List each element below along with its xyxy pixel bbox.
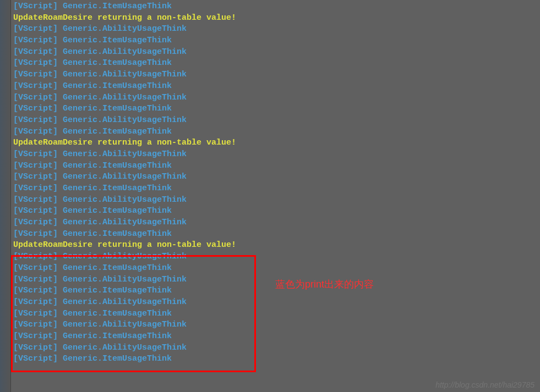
script-tag: [VScript] (13, 81, 58, 91)
script-message: Generic.AbilityUsageThink (58, 195, 187, 205)
script-message: Generic.AbilityUsageThink (58, 320, 187, 329)
console-line: [VScript] Generic.AbilityUsageThink (13, 69, 540, 81)
script-tag: [VScript] (13, 229, 58, 239)
console-line: [VScript] Generic.ItemUsageThink (13, 81, 540, 92)
script-tag: [VScript] (13, 206, 58, 216)
console-line: [VScript] Generic.AbilityUsageThink (13, 172, 540, 183)
script-tag: [VScript] (13, 332, 58, 341)
script-message: Generic.ItemUsageThink (58, 184, 172, 193)
console-line: [VScript] Generic.AbilityUsageThink (13, 195, 540, 206)
script-message: Generic.ItemUsageThink (58, 161, 172, 170)
annotation-label: 蓝色为print出来的内容 (275, 278, 374, 291)
console-line: [VScript] Generic.AbilityUsageThink (13, 251, 540, 263)
script-tag: [VScript] (13, 252, 58, 261)
script-tag: [VScript] (13, 150, 58, 159)
console-line: [VScript] Generic.AbilityUsageThink (13, 92, 540, 104)
console-line: [VScript] Generic.ItemUsageThink (13, 354, 540, 365)
console-line: [VScript] Generic.AbilityUsageThink (13, 217, 540, 229)
console-line: [VScript] Generic.ItemUsageThink (13, 161, 540, 172)
script-message: Generic.ItemUsageThink (58, 309, 172, 318)
script-message: Generic.ItemUsageThink (58, 206, 172, 216)
script-message: Generic.ItemUsageThink (58, 81, 172, 91)
script-tag: [VScript] (13, 218, 58, 227)
script-message: Generic.ItemUsageThink (58, 58, 172, 68)
watermark: http://blog.csdn.net/hai29785 (435, 380, 534, 390)
script-message: Generic.AbilityUsageThink (58, 150, 187, 159)
script-message: Generic.AbilityUsageThink (58, 297, 187, 307)
script-tag: [VScript] (13, 24, 58, 34)
console-line: [VScript] Generic.ItemUsageThink (13, 1, 540, 13)
script-message: Generic.ItemUsageThink (58, 104, 172, 113)
console-line: [VScript] Generic.ItemUsageThink (13, 103, 540, 115)
script-message: Generic.AbilityUsageThink (58, 47, 187, 57)
script-message: Generic.ItemUsageThink (58, 2, 172, 11)
script-tag: [VScript] (13, 115, 58, 125)
script-tag: [VScript] (13, 320, 58, 329)
console-line: UpdateRoamDesire returning a non-table v… (13, 240, 540, 251)
script-tag: [VScript] (13, 354, 58, 363)
console-line: UpdateRoamDesire returning a non-table v… (13, 137, 540, 149)
console-line: [VScript] Generic.AbilityUsageThink (13, 149, 540, 161)
script-message: Generic.ItemUsageThink (58, 127, 172, 136)
script-message: Generic.ItemUsageThink (58, 332, 172, 341)
script-tag: [VScript] (13, 47, 58, 57)
script-tag: [VScript] (13, 297, 58, 307)
script-tag: [VScript] (13, 2, 58, 11)
script-tag: [VScript] (13, 309, 58, 318)
warning-text: UpdateRoamDesire returning a non-table v… (13, 13, 236, 23)
script-message: Generic.ItemUsageThink (58, 354, 172, 363)
script-message: Generic.ItemUsageThink (58, 229, 172, 239)
script-message: Generic.AbilityUsageThink (58, 343, 187, 352)
console-line: [VScript] Generic.ItemUsageThink (13, 263, 540, 274)
script-message: Generic.AbilityUsageThink (58, 115, 187, 125)
script-tag: [VScript] (13, 343, 58, 352)
console-line: [VScript] Generic.AbilityUsageThink (13, 297, 540, 308)
script-tag: [VScript] (13, 70, 58, 79)
script-message: Generic.AbilityUsageThink (58, 252, 187, 261)
script-tag: [VScript] (13, 161, 58, 170)
script-message: Generic.ItemUsageThink (58, 263, 172, 273)
script-message: Generic.ItemUsageThink (58, 286, 172, 295)
console-line: [VScript] Generic.AbilityUsageThink (13, 319, 540, 331)
script-tag: [VScript] (13, 93, 58, 102)
script-message: Generic.AbilityUsageThink (58, 275, 187, 284)
script-message: Generic.AbilityUsageThink (58, 218, 187, 227)
console-line: [VScript] Generic.AbilityUsageThink (13, 47, 540, 58)
console-line: [VScript] Generic.ItemUsageThink (13, 229, 540, 240)
console-line: [VScript] Generic.ItemUsageThink (13, 206, 540, 217)
warning-text: UpdateRoamDesire returning a non-table v… (13, 138, 236, 147)
console-line: [VScript] Generic.AbilityUsageThink (13, 115, 540, 126)
console-output: [VScript] Generic.ItemUsageThinkUpdateRo… (13, 1, 540, 365)
script-message: Generic.ItemUsageThink (58, 36, 172, 45)
left-edge-decoration (0, 0, 11, 392)
console-line: [VScript] Generic.AbilityUsageThink (13, 343, 540, 354)
script-tag: [VScript] (13, 104, 58, 113)
script-tag: [VScript] (13, 36, 58, 45)
console-line: [VScript] Generic.ItemUsageThink (13, 183, 540, 195)
script-message: Generic.AbilityUsageThink (58, 24, 187, 34)
script-tag: [VScript] (13, 127, 58, 136)
console-line: [VScript] Generic.ItemUsageThink (13, 308, 540, 320)
script-tag: [VScript] (13, 58, 58, 68)
warning-text: UpdateRoamDesire returning a non-table v… (13, 240, 236, 250)
script-message: Generic.AbilityUsageThink (58, 70, 187, 79)
script-tag: [VScript] (13, 184, 58, 193)
console-line: [VScript] Generic.ItemUsageThink (13, 58, 540, 69)
script-tag: [VScript] (13, 286, 58, 295)
console-line: UpdateRoamDesire returning a non-table v… (13, 13, 540, 24)
script-tag: [VScript] (13, 195, 58, 205)
console-line: [VScript] Generic.ItemUsageThink (13, 35, 540, 47)
console-line: [VScript] Generic.ItemUsageThink (13, 331, 540, 343)
script-tag: [VScript] (13, 275, 58, 284)
console-line: [VScript] Generic.ItemUsageThink (13, 126, 540, 138)
script-tag: [VScript] (13, 172, 58, 181)
console-line: [VScript] Generic.AbilityUsageThink (13, 24, 540, 35)
script-message: Generic.AbilityUsageThink (58, 93, 187, 102)
script-message: Generic.AbilityUsageThink (58, 172, 187, 181)
script-tag: [VScript] (13, 263, 58, 273)
